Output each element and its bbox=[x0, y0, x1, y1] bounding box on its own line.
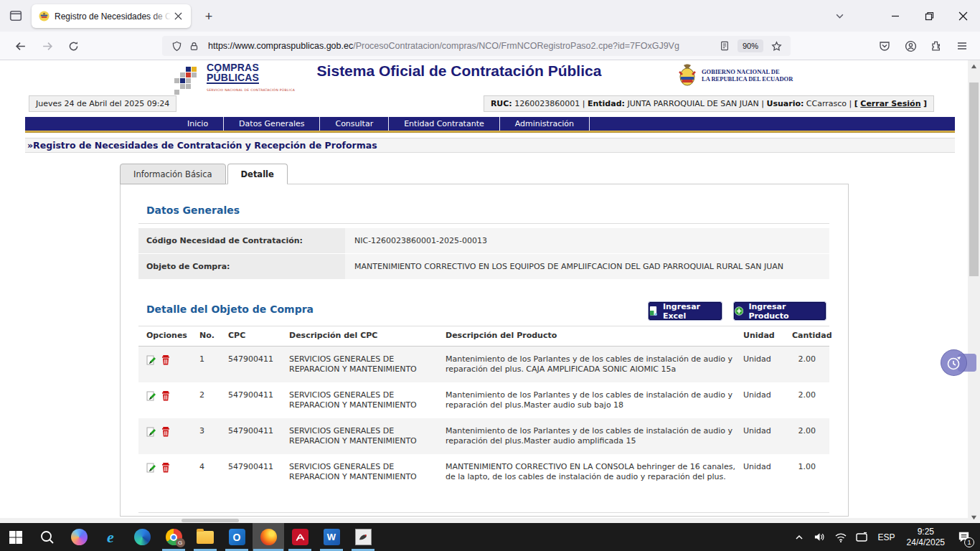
tray-date: 24/4/2025 bbox=[907, 537, 945, 548]
firefox-view-icon[interactable] bbox=[6, 6, 26, 26]
notification-center-icon[interactable]: 1 bbox=[953, 523, 974, 551]
divider bbox=[138, 512, 829, 513]
reload-icon[interactable] bbox=[63, 36, 83, 56]
cast-display-icon[interactable] bbox=[854, 523, 870, 551]
info-row-codigo: Código Necesidad de Contratación: NIC-12… bbox=[138, 228, 829, 253]
acrobat-icon[interactable] bbox=[284, 523, 316, 551]
row-options bbox=[138, 462, 199, 501]
add-plus-icon bbox=[735, 306, 743, 316]
horizontal-scrollbar[interactable] bbox=[0, 518, 968, 523]
table-row: 2 547900411 SERVICIOS GENERALES DE REPAR… bbox=[138, 382, 829, 418]
tab-title: Registro de Necesidades de Con bbox=[55, 11, 171, 22]
zoom-level-chip[interactable]: 90% bbox=[738, 39, 763, 52]
copilot-icon[interactable] bbox=[63, 523, 95, 551]
vertical-scrollbar[interactable] bbox=[968, 60, 980, 523]
page-viewport: COMPRAS PÚBLICAS SERVICIO NACIONAL DE CO… bbox=[0, 60, 968, 523]
delete-icon[interactable] bbox=[161, 390, 172, 402]
tray-time: 9:25 bbox=[907, 527, 945, 537]
nav-item-datos-generales[interactable]: Datos Generales bbox=[224, 117, 320, 131]
back-icon[interactable] bbox=[10, 36, 30, 56]
edit-icon[interactable] bbox=[146, 354, 158, 366]
bookmark-star-icon[interactable] bbox=[768, 37, 785, 55]
page-title: Sistema Oficial de Contratación Pública bbox=[251, 62, 667, 80]
firefox-icon[interactable] bbox=[253, 523, 284, 551]
taskbar-clock[interactable]: 9:25 24/4/2025 bbox=[904, 527, 948, 548]
tab-close-icon[interactable] bbox=[171, 9, 185, 24]
table-row: 1 547900411 SERVICIOS GENERALES DE REPAR… bbox=[138, 347, 829, 382]
horizontal-scrollbar-thumb[interactable] bbox=[182, 519, 239, 522]
row-options bbox=[138, 426, 199, 454]
window-restore-button[interactable] bbox=[913, 0, 945, 32]
tab-informacion-basica[interactable]: Información Básica bbox=[120, 164, 226, 184]
volume-icon[interactable] bbox=[812, 523, 828, 551]
nav-item-administracion[interactable]: Administración bbox=[500, 117, 590, 131]
table-row: 4 547900411 SERVICIOS GENERALES DE REPAR… bbox=[138, 454, 829, 501]
main-nav: Inicio Datos Generales Consultar Entidad… bbox=[25, 117, 955, 131]
breadcrumb: »Registro de Necesidades de Contratación… bbox=[25, 138, 955, 153]
detalle-objeto-heading: Detalle del Objeto de Compra bbox=[146, 303, 314, 315]
row-options bbox=[138, 354, 199, 382]
datos-generales-heading: Datos Generales bbox=[146, 204, 240, 216]
browser-toolbar: https://www.compraspublicas.gob.ec/Proce… bbox=[0, 32, 980, 60]
ingresar-excel-button[interactable]: Ingresar Excel bbox=[649, 302, 722, 320]
outlook-icon[interactable]: O bbox=[221, 523, 253, 551]
edit-icon[interactable] bbox=[146, 462, 158, 474]
edge-icon[interactable] bbox=[126, 523, 158, 551]
window-close-button[interactable] bbox=[947, 0, 979, 32]
tab-detalle[interactable]: Detalle bbox=[227, 164, 288, 184]
browser-tab[interactable]: Registro de Necesidades de Con bbox=[32, 4, 191, 28]
nav-item-consultar[interactable]: Consultar bbox=[320, 117, 389, 131]
file-explorer-icon[interactable] bbox=[189, 523, 221, 551]
scroll-down-icon[interactable] bbox=[968, 512, 980, 523]
scroll-up-icon[interactable] bbox=[968, 60, 980, 72]
desktop-screen: Registro de Necesidades de Con + bbox=[0, 0, 980, 551]
datetime-chip: Jueves 24 de Abril del 2025 09:24 bbox=[29, 95, 176, 112]
url-bar[interactable]: https://www.compraspublicas.gob.ec/Proce… bbox=[162, 36, 791, 56]
url-text[interactable]: https://www.compraspublicas.gob.ec/Proce… bbox=[208, 41, 716, 51]
system-tray: ESP 9:25 24/4/2025 1 bbox=[791, 523, 974, 551]
nav-item-entidad-contratante[interactable]: Entidad Contratante bbox=[389, 117, 500, 131]
tab-list-chevron-icon[interactable] bbox=[824, 0, 855, 32]
wifi-icon[interactable] bbox=[833, 523, 849, 551]
language-indicator[interactable]: ESP bbox=[875, 532, 899, 542]
logo-mosaic-icon bbox=[174, 67, 202, 95]
tracking-shield-icon[interactable] bbox=[168, 37, 185, 55]
menu-hamburger-icon[interactable] bbox=[952, 36, 972, 56]
ecuador-crest-icon bbox=[677, 63, 698, 88]
pocket-icon[interactable] bbox=[875, 36, 895, 56]
government-logo: GOBIERNO NACIONAL DE LA REPUBLICA DEL EC… bbox=[677, 63, 793, 88]
nav-gold-underline bbox=[25, 131, 955, 133]
taskbar-search-icon[interactable] bbox=[32, 523, 63, 551]
info-row-objeto: Objeto de Compra: MANTENIMIENTO CORRECTI… bbox=[138, 254, 829, 279]
gov-line2: LA REPUBLICA DEL ECUADOR bbox=[702, 75, 793, 83]
edit-icon[interactable] bbox=[146, 426, 158, 438]
extensions-puzzle-icon[interactable] bbox=[926, 36, 946, 56]
forward-icon[interactable] bbox=[37, 36, 57, 56]
lock-icon[interactable] bbox=[185, 37, 202, 55]
delete-icon[interactable] bbox=[161, 462, 172, 474]
new-tab-button[interactable]: + bbox=[199, 7, 218, 26]
media-app-icon[interactable] bbox=[347, 523, 379, 551]
word-icon[interactable]: W bbox=[316, 523, 347, 551]
divider bbox=[138, 223, 829, 224]
timer-clock-icon[interactable] bbox=[941, 349, 967, 376]
account-icon[interactable] bbox=[900, 36, 920, 56]
nav-item-inicio[interactable]: Inicio bbox=[172, 117, 224, 131]
reader-view-icon[interactable] bbox=[716, 37, 733, 55]
logout-link[interactable]: Cerrar Sesión bbox=[860, 99, 920, 108]
delete-icon[interactable] bbox=[161, 426, 172, 438]
window-minimize-button[interactable] bbox=[880, 0, 911, 32]
session-info: RUC: 1260023860001 | Entidad: JUNTA PARR… bbox=[484, 95, 934, 112]
productos-table: Opciones No. CPC Descripción del CPC Des… bbox=[138, 331, 829, 501]
delete-icon[interactable] bbox=[161, 354, 172, 366]
vertical-scrollbar-thumb[interactable] bbox=[969, 83, 979, 276]
internet-explorer-icon[interactable]: e bbox=[95, 523, 126, 551]
start-button[interactable] bbox=[0, 523, 32, 551]
tray-chevron-up-icon[interactable] bbox=[791, 523, 807, 551]
ingresar-producto-button[interactable]: Ingresar Producto bbox=[734, 302, 826, 320]
chrome-icon[interactable]: G bbox=[158, 523, 189, 551]
table-header-row: Opciones No. CPC Descripción del CPC Des… bbox=[138, 331, 829, 347]
table-row: 3 547900411 SERVICIOS GENERALES DE REPAR… bbox=[138, 418, 829, 454]
edit-icon[interactable] bbox=[146, 390, 158, 402]
page-tabs: Información Básica Detalle bbox=[120, 164, 289, 184]
